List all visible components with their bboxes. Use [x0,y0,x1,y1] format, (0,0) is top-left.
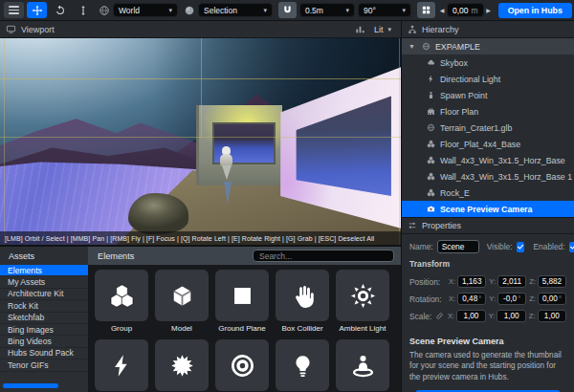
visible-checkbox[interactable] [517,242,524,252]
magnet-icon [282,5,293,15]
tree-node-label: Terrain_Crater1.glb [440,123,512,133]
sidebar-item-tenor-gifs[interactable]: Tenor GIFs [0,359,88,371]
position-x-field[interactable]: 1,163 [457,275,486,288]
rotation-x-field[interactable]: 0,48° [457,293,486,305]
snap-toggle-button[interactable] [278,2,297,18]
tree-node-terrain[interactable]: Terrain_Crater1.glb [402,120,574,136]
sources-scrollbar-thumb[interactable] [3,383,58,388]
decrement-arrow-icon[interactable]: ◀ [438,7,446,13]
position-y-field[interactable]: 2,011 [497,275,526,288]
tree-node-skybox[interactable]: Skybox [402,54,574,71]
assets-panel-header: Assets Elements [0,247,401,265]
element-tile-partial-3[interactable] [215,339,269,391]
tree-node-root[interactable]: ▼ EXPAMPLE [402,38,574,54]
tree-node-spawn-point[interactable]: Spawn Point [402,87,574,103]
check-icon [569,243,574,250]
sidebar-item-my-assets[interactable]: My Assets [0,276,88,288]
viewport-help-text: [LMB] Orbit / Select | [MMB] Pan | [RMB]… [5,235,374,242]
elements-grid: Group Model Ground Plane Box Collider Am… [88,265,401,392]
transform-space-value: World [119,6,164,15]
move-icon [32,5,43,16]
hamburger-icon [9,6,19,14]
transform-pivot-select[interactable]: Selection▾ [198,3,273,17]
menu-button[interactable] [4,2,24,18]
axis-x-label: X: [449,294,455,303]
tree-node-label: Floor_Plat_4x4_Base [440,140,520,149]
search-input[interactable] [253,250,394,262]
grid-height-field[interactable]: 0,00 m [447,3,484,17]
rock-object [128,193,188,234]
tree-node-rock-e[interactable]: Rock_E [402,185,574,201]
sidebar-item-bing-videos[interactable]: Bing Videos [0,336,88,347]
tree-node-wall-1[interactable]: Wall_4x3_Win_3x1.5_Horz_Base [402,152,574,168]
sidebar-item-bing-images[interactable]: Bing Images [0,324,88,336]
grid-visibility-button[interactable] [417,2,435,18]
rotation-z-field[interactable]: 0,00° [538,293,566,305]
render-mode-value: Lit [374,25,384,34]
element-tile-partial-2[interactable] [155,339,209,391]
rotation-y-field[interactable]: -0,0° [497,293,526,305]
grid-height-unit: m [472,6,478,15]
sidebar-item-elements[interactable]: Elements [0,265,88,276]
source-label: Rock Kit [8,301,38,311]
increment-arrow-icon[interactable]: ▶ [485,7,493,13]
bolt-icon [109,353,135,379]
scale-z-field[interactable]: 1,00 [538,310,566,322]
source-label: Architecture Kit [8,289,63,298]
tab-assets[interactable]: Assets [0,247,88,265]
snap-rotate-select[interactable]: 90°▾ [358,3,411,17]
element-tile-partial-5[interactable] [336,339,389,391]
assets-panel-body: Elements My Assets Architecture Kit Rock… [0,265,401,392]
enabled-label: Enabled: [534,242,565,251]
cloud-icon [427,58,435,67]
element-tile-group[interactable]: Group [95,270,148,333]
element-tile-partial-1[interactable] [95,339,148,391]
viewport-help-bar: [LMB] Orbit / Select | [MMB] Pan | [RMB]… [0,231,401,245]
person-ring-icon [350,353,376,379]
name-label: Name: [409,242,433,251]
element-tile-ground-plane[interactable]: Ground Plane [215,270,269,333]
tree-node-floor-plan[interactable]: Floor Plan [402,103,574,120]
element-tile-ambient-light[interactable]: Ambient Light [336,270,389,333]
sidebar-item-architecture-kit[interactable]: Architecture Kit [0,289,88,300]
transform-space-select[interactable]: World▾ [113,3,178,17]
enabled-checkbox[interactable] [569,242,574,252]
tree-node-wall-2[interactable]: Wall_4x3_Win_3x1.5_Horz_Base 1 [402,168,574,185]
tree-node-directional-light[interactable]: Directional Light [402,71,574,87]
name-input[interactable] [437,240,479,253]
scale-x-field[interactable]: 1,00 [456,310,485,322]
snap-translate-select[interactable]: 0.5m▾ [299,3,355,17]
transform-section-title: Transform [409,259,566,269]
group-cubes-icon [109,283,135,309]
viewport-title: Viewport [21,25,55,34]
sidebar-item-rock-kit[interactable]: Rock Kit [0,300,88,312]
scale-y-field[interactable]: 1,00 [497,310,525,322]
viewport-3d-canvas[interactable]: [LMB] Orbit / Select | [MMB] Pan | [RMB]… [0,38,401,245]
grid-height-value: 0,00 [453,6,469,15]
translate-tool-button[interactable] [27,2,47,18]
element-tile-model[interactable]: Model [155,270,209,333]
sidebar-item-sketchfab[interactable]: Sketchfab [0,313,88,324]
caret-down-icon[interactable]: ▼ [408,43,417,50]
element-tile-box-collider[interactable]: Box Collider [276,270,329,333]
position-x-value: 1,163 [462,277,482,286]
hierarchy-title: Hierarchy [422,25,459,34]
position-row: Position: X: 1,163 Y: 2,011 Z: 5,882 [409,275,566,288]
camera-help-text: The camera used to generate the thumbnai… [409,350,566,382]
stats-icon[interactable] [355,24,365,34]
scale-tool-button[interactable] [73,2,93,18]
chevron-down-icon: ▾ [387,26,391,33]
rotate-tool-button[interactable] [50,2,70,18]
viewport-icon [6,24,16,34]
position-z-field[interactable]: 5,882 [538,275,566,288]
element-tile-partial-4[interactable] [276,339,329,391]
tile-label: Group [111,324,132,333]
sidebar-item-hubs-sound-pack[interactable]: Hubs Sound Pack [0,348,88,359]
tree-node-floor-plat[interactable]: Floor_Plat_4x4_Base [402,136,574,152]
rotate-icon [55,5,66,16]
scale-icon [77,5,89,16]
tree-node-scene-preview-camera[interactable]: Scene Preview Camera [402,201,574,217]
link-icon[interactable] [435,312,444,320]
open-in-hubs-button[interactable]: Open in Hubs [498,3,572,18]
render-mode-select[interactable]: Lit ▾ [370,25,395,34]
